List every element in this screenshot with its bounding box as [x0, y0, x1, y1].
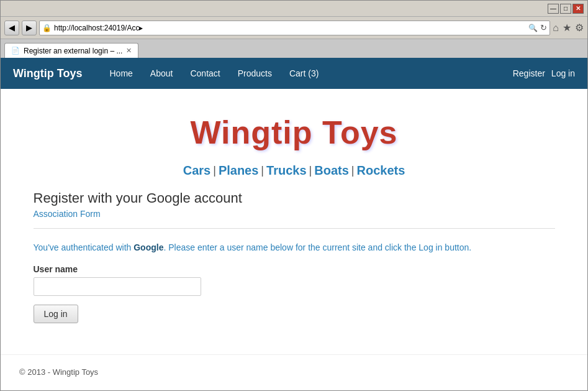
category-cars[interactable]: Cars	[183, 163, 210, 178]
home-icon[interactable]: ⌂	[553, 22, 559, 34]
tab-close-button[interactable]: ✕	[126, 47, 132, 55]
site-navbar: Wingtip Toys Home About Contact Products…	[1, 58, 587, 89]
separator-3: |	[309, 164, 312, 177]
site-title: Wingtip Toys	[34, 101, 555, 157]
address-bar[interactable]: 🔒 🔍 ↻	[39, 21, 550, 35]
username-input[interactable]	[34, 277, 201, 296]
secondary-nav: Register Log in	[513, 68, 575, 78]
nav-contact[interactable]: Contact	[181, 58, 228, 89]
separator-2: |	[261, 164, 264, 177]
nav-cart[interactable]: Cart (3)	[281, 58, 327, 89]
info-text-before: You've authenticated with	[34, 242, 134, 252]
nav-register[interactable]: Register	[513, 68, 545, 78]
tab-bar: 📄 Register an external login – ... ✕	[1, 39, 587, 58]
association-form-link[interactable]: Association Form	[34, 209, 555, 219]
search-icon: 🔍	[528, 24, 538, 32]
back-button[interactable]: ◀	[4, 21, 19, 35]
browser-toolbar-icons: ⌂ ★ ⚙	[553, 22, 584, 34]
nav-about[interactable]: About	[142, 58, 182, 89]
category-rockets[interactable]: Rockets	[356, 163, 405, 178]
info-text-after: . Please enter a user name below for the…	[163, 242, 471, 252]
nav-home[interactable]: Home	[101, 58, 142, 89]
separator-1: |	[213, 164, 216, 177]
username-label: User name	[34, 264, 555, 274]
settings-icon[interactable]: ⚙	[575, 22, 584, 34]
category-trucks[interactable]: Trucks	[266, 163, 306, 178]
favorites-icon[interactable]: ★	[563, 22, 571, 34]
maximize-button[interactable]: □	[560, 4, 571, 14]
footer-text: © 2013 - Wingtip Toys	[19, 367, 98, 377]
provider-name: Google	[133, 242, 163, 252]
page-icon: 🔒	[42, 24, 52, 32]
close-button[interactable]: ✕	[572, 4, 584, 14]
title-bar: — □ ✕	[1, 1, 587, 17]
active-tab[interactable]: 📄 Register an external login – ... ✕	[4, 43, 138, 58]
browser-nav-bar: ◀ ▶ 🔒 🔍 ↻ ⌂ ★ ⚙	[1, 17, 587, 39]
browser-window: — □ ✕ ◀ ▶ 🔒 🔍 ↻ ⌂ ★ ⚙ 📄 Register an exte…	[0, 0, 588, 391]
forward-button[interactable]: ▶	[22, 21, 37, 35]
site-footer: © 2013 - Wingtip Toys	[1, 354, 587, 389]
site-brand[interactable]: Wingtip Toys	[13, 67, 83, 80]
primary-nav: Home About Contact Products Cart (3)	[101, 58, 513, 89]
separator-4: |	[351, 164, 355, 177]
category-planes[interactable]: Planes	[219, 163, 258, 178]
page-heading: Register with your Google account	[34, 190, 555, 206]
nav-products[interactable]: Products	[229, 58, 281, 89]
info-text: You've authenticated with Google. Please…	[34, 241, 555, 254]
login-button[interactable]: Log in	[34, 305, 78, 323]
minimize-button[interactable]: —	[548, 4, 559, 14]
url-input[interactable]	[54, 24, 526, 32]
window-controls: — □ ✕	[548, 4, 584, 14]
category-links: Cars | Planes | Trucks | Boats | Rockets	[34, 157, 555, 190]
section-divider	[34, 228, 555, 229]
site-content: Wingtip Toys Cars | Planes | Trucks | Bo…	[15, 89, 574, 336]
tab-title: Register an external login – ...	[24, 47, 122, 55]
category-boats[interactable]: Boats	[314, 163, 349, 178]
tab-favicon: 📄	[11, 47, 20, 55]
refresh-icon[interactable]: ↻	[540, 23, 547, 32]
page-body: Wingtip Toys Home About Contact Products…	[1, 58, 587, 390]
nav-login[interactable]: Log in	[551, 68, 575, 78]
